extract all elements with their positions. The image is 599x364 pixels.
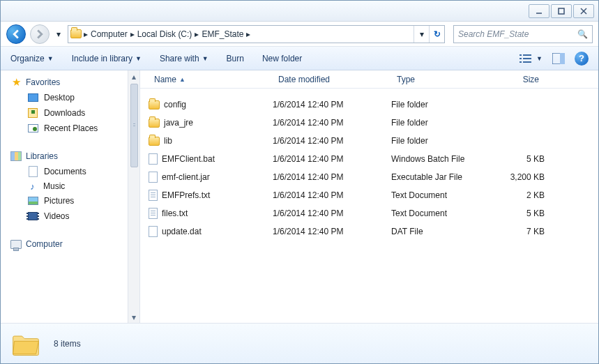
recent-icon [27, 123, 38, 134]
table-row[interactable]: EMFPrefs.txt1/6/2014 12:40 PMText Docume… [149, 186, 598, 204]
folder-icon [68, 29, 84, 38]
sidebar-scrollbar[interactable]: ▴ ▾ [128, 70, 139, 323]
close-button[interactable] [573, 4, 594, 18]
table-row[interactable]: files.txt1/6/2014 12:40 PMText Document5… [149, 204, 598, 222]
sidebar-item-pictures[interactable]: Pictures [10, 193, 139, 208]
file-type: File folder [391, 118, 489, 128]
svg-rect-8 [520, 61, 522, 63]
file-name: EMFPrefs.txt [162, 190, 210, 200]
sidebar-item-videos[interactable]: Videos [10, 208, 139, 224]
sidebar-item-music[interactable]: ♪Music [10, 179, 139, 193]
file-date: 1/6/2014 12:40 PM [273, 154, 391, 164]
help-button[interactable]: ? [575, 52, 589, 66]
file-name: java_jre [164, 118, 193, 128]
file-date: 1/6/2014 12:40 PM [273, 118, 391, 128]
folder-icon [149, 119, 160, 128]
libraries-group[interactable]: Libraries [10, 149, 139, 164]
search-icon[interactable]: 🔍 [577, 29, 588, 39]
scroll-up-icon[interactable]: ▴ [128, 70, 139, 82]
file-name: config [164, 100, 186, 109]
documents-icon [27, 166, 38, 177]
breadcrumb-item[interactable]: Local Disk (C:) [135, 26, 195, 43]
file-date: 1/6/2014 12:40 PM [273, 227, 391, 236]
view-options-button[interactable]: ▼ [520, 53, 543, 64]
history-dropdown[interactable]: ▾ [54, 24, 63, 44]
table-row[interactable]: lib1/6/2014 12:40 PMFile folder [149, 132, 598, 150]
organize-button[interactable]: Organize▼ [10, 54, 54, 63]
share-with-button[interactable]: Share with▼ [160, 54, 208, 63]
breadcrumb-item[interactable]: Computer [88, 26, 130, 43]
table-row[interactable]: emf-client.jar1/6/2014 12:40 PMExecutabl… [149, 168, 598, 186]
sidebar-item-documents[interactable]: Documents [10, 164, 139, 179]
svg-rect-9 [523, 61, 531, 63]
navigation-pane: ★Favorites Desktop Downloads Recent Plac… [1, 70, 140, 323]
file-type: Executable Jar File [391, 172, 489, 182]
file-date: 1/6/2014 12:40 PM [273, 172, 391, 182]
address-dropdown[interactable]: ▾ [414, 26, 429, 43]
svg-rect-6 [520, 58, 522, 59]
folder-icon [10, 330, 41, 358]
star-icon: ★ [10, 77, 22, 88]
sort-asc-icon: ▲ [179, 76, 185, 83]
navigation-bar: ▾ ▸ Computer ▸ Local Disk (C:) ▸ EMF_Sta… [1, 22, 598, 47]
file-name: lib [164, 136, 172, 146]
scroll-thumb[interactable] [130, 84, 138, 167]
burn-button[interactable]: Burn [227, 54, 244, 63]
file-date: 1/6/2014 12:40 PM [273, 136, 391, 146]
download-icon [27, 107, 38, 119]
preview-pane-button[interactable] [552, 53, 565, 64]
file-date: 1/6/2014 12:40 PM [273, 208, 391, 218]
column-name[interactable]: Name▲ [149, 75, 273, 84]
title-bar [1, 1, 598, 22]
svg-rect-11 [560, 53, 565, 64]
file-type: Windows Batch File [391, 154, 489, 164]
computer-group[interactable]: Computer [10, 236, 139, 252]
music-icon: ♪ [27, 181, 38, 191]
column-type[interactable]: Type [391, 75, 489, 84]
back-button[interactable] [6, 24, 26, 44]
column-size[interactable]: Size [489, 75, 545, 84]
svg-rect-5 [523, 54, 531, 56]
table-row[interactable]: update.dat1/6/2014 12:40 PMDAT File7 KB [149, 222, 598, 241]
sidebar-item-downloads[interactable]: Downloads [10, 105, 139, 121]
file-date: 1/6/2014 12:40 PM [273, 100, 391, 109]
search-input[interactable]: Search EMF_State 🔍 [453, 25, 593, 43]
file-icon [149, 153, 158, 165]
table-row[interactable]: EMFClient.bat1/6/2014 12:40 PMWindows Ba… [149, 150, 598, 168]
svg-rect-4 [520, 54, 522, 56]
file-size: 2 KB [489, 190, 545, 200]
chevron-right-icon[interactable]: ▸ [246, 29, 250, 39]
forward-button[interactable] [30, 24, 50, 44]
file-type: DAT File [391, 227, 489, 236]
file-name: emf-client.jar [162, 172, 210, 182]
include-library-button[interactable]: Include in library▼ [72, 54, 142, 63]
file-name: files.txt [162, 208, 188, 218]
column-date[interactable]: Date modified [273, 75, 391, 84]
breadcrumb-item[interactable]: EMF_State [199, 26, 246, 43]
file-size: 7 KB [489, 227, 545, 236]
text-file-icon [149, 190, 158, 201]
file-type: File folder [391, 100, 489, 109]
new-folder-button[interactable]: New folder [262, 54, 302, 63]
table-row[interactable]: config1/6/2014 12:40 PMFile folder [149, 96, 598, 114]
favorites-group[interactable]: ★Favorites [10, 75, 139, 90]
videos-icon [27, 211, 38, 222]
refresh-button[interactable]: ↻ [429, 26, 444, 43]
file-type: Text Document [391, 208, 489, 218]
computer-icon [10, 238, 22, 250]
maximize-button[interactable] [551, 4, 572, 18]
address-bar[interactable]: ▸ Computer ▸ Local Disk (C:) ▸ EMF_State… [68, 25, 445, 43]
file-icon [149, 226, 158, 237]
sidebar-item-recent-places[interactable]: Recent Places [10, 121, 139, 136]
command-bar: Organize▼ Include in library▼ Share with… [1, 47, 598, 70]
file-list-area: Name▲ Date modified Type Size config1/6/… [140, 70, 598, 323]
text-file-icon [149, 208, 158, 219]
scroll-down-icon[interactable]: ▾ [128, 311, 139, 323]
minimize-button[interactable] [529, 4, 549, 18]
pictures-icon [27, 195, 38, 206]
search-placeholder: Search EMF_State [458, 29, 529, 39]
table-row[interactable]: java_jre1/6/2014 12:40 PMFile folder [149, 114, 598, 132]
main-area: ★Favorites Desktop Downloads Recent Plac… [1, 70, 598, 323]
libraries-icon [10, 151, 22, 162]
sidebar-item-desktop[interactable]: Desktop [10, 90, 139, 105]
